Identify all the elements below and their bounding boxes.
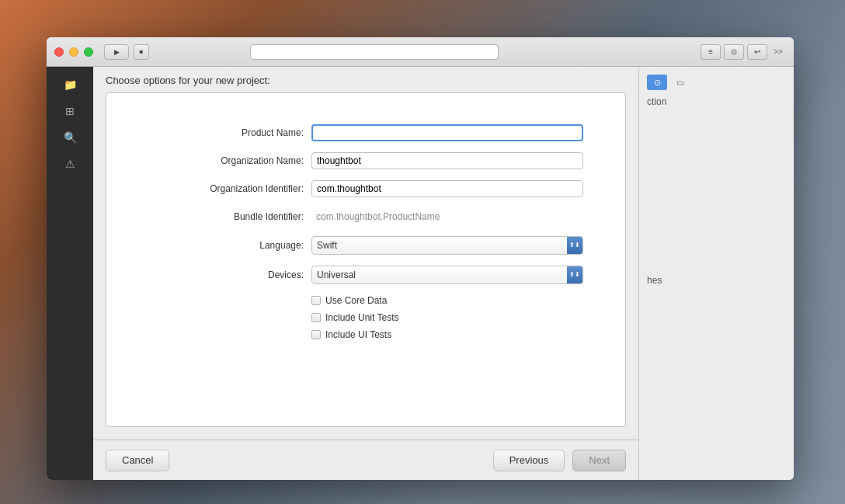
right-sidebar-text-2: hes: [647, 275, 786, 286]
toolbar-buttons: ▶ ■: [104, 44, 149, 60]
sidebar-icon-warning[interactable]: ⚠: [60, 154, 80, 174]
use-core-data-row: Use Core Data: [311, 295, 583, 306]
devices-select-arrow: ⬆⬇: [567, 266, 582, 283]
org-name-label: Organization Name:: [148, 155, 311, 166]
toolbar-list-view-button[interactable]: ≡: [701, 44, 721, 60]
stop-button[interactable]: ■: [134, 44, 149, 60]
inspector-tab-square[interactable]: ▭: [670, 75, 690, 90]
toolbar-inspector-button[interactable]: ⊙: [724, 44, 744, 60]
sheet-title: Choose options for your new project:: [106, 75, 270, 86]
org-id-row: Organization Identifier:: [148, 180, 583, 197]
devices-row: Devices: Universal ⬆⬇: [148, 266, 583, 284]
next-button[interactable]: Next: [572, 450, 626, 471]
sidebar-icon-search[interactable]: 🔍: [60, 127, 80, 148]
right-sidebar-section-1: ction: [647, 96, 786, 107]
nav-buttons: Previous Next: [493, 450, 626, 471]
xcode-window: ▶ ■ ≡ ⊙ ↩ >> 📁: [47, 37, 794, 480]
right-sidebar-section-2: hes: [647, 275, 786, 286]
play-icon: ▶: [114, 48, 120, 56]
use-core-data-label: Use Core Data: [325, 295, 387, 306]
right-sidebar: ⊙ ▭ ction hes: [638, 67, 794, 480]
language-select[interactable]: Swift ⬆⬇: [311, 236, 583, 255]
sheet-content: Product Name: Organization Name:: [106, 92, 626, 427]
devices-value: Universal: [317, 269, 356, 280]
org-id-label: Organization Identifier:: [148, 183, 311, 194]
product-name-input[interactable]: [311, 124, 583, 141]
checkboxes-section: Use Core Data Include Unit Tests Include…: [311, 295, 583, 340]
maximize-button[interactable]: [84, 47, 93, 57]
previous-button[interactable]: Previous: [493, 450, 565, 471]
toolbar-arrow-button[interactable]: ↩: [747, 44, 767, 60]
devices-select[interactable]: Universal ⬆⬇: [311, 266, 583, 284]
include-ui-tests-checkbox[interactable]: [311, 330, 321, 339]
stop-icon: ■: [140, 48, 144, 55]
use-core-data-checkbox[interactable]: [311, 296, 321, 305]
search-icon: 🔍: [64, 131, 77, 144]
form-container: Product Name: Organization Name:: [148, 124, 583, 340]
org-name-input[interactable]: [311, 152, 583, 169]
inspector-icon: ⊙: [731, 47, 737, 56]
more-icon: >>: [774, 47, 783, 56]
hierarchy-icon: ⊞: [65, 105, 75, 117]
warning-icon: ⚠: [65, 158, 75, 170]
include-ui-tests-label: Include UI Tests: [325, 329, 391, 340]
bundle-id-label: Bundle Identifier:: [148, 211, 311, 222]
arrow-icon: ↩: [754, 47, 760, 56]
bundle-id-value: com.thoughtbot.ProductName: [311, 208, 583, 225]
folder-icon: 📁: [64, 78, 77, 91]
org-id-input[interactable]: [311, 180, 583, 197]
include-unit-tests-label: Include Unit Tests: [325, 312, 399, 323]
sidebar-icon-2: ▭: [676, 78, 684, 88]
chevron-down-icon: ⬆⬇: [569, 242, 580, 249]
sheet-header: Choose options for your new project:: [93, 67, 638, 92]
minimize-button[interactable]: [69, 47, 78, 57]
include-unit-tests-checkbox[interactable]: [311, 313, 321, 322]
inspector-tab-circle[interactable]: ⊙: [647, 75, 667, 90]
include-ui-tests-row: Include UI Tests: [311, 329, 583, 340]
bundle-id-row: Bundle Identifier: com.thoughtbot.Produc…: [148, 208, 583, 225]
title-search-bar[interactable]: [250, 44, 499, 60]
language-row: Language: Swift ⬆⬇: [148, 236, 583, 255]
product-name-row: Product Name:: [148, 124, 583, 141]
language-select-arrow: ⬆⬇: [567, 237, 582, 254]
right-sidebar-text-1: ction: [647, 96, 786, 107]
include-unit-tests-row: Include Unit Tests: [311, 312, 583, 323]
play-button[interactable]: ▶: [104, 44, 129, 60]
sidebar-icon-hierarchy[interactable]: ⊞: [60, 101, 80, 121]
sheet-container: Choose options for your new project: Pro…: [93, 67, 638, 440]
sidebar-icon-folder[interactable]: 📁: [60, 75, 80, 95]
list-icon: ≡: [708, 47, 713, 56]
toolbar-right: ≡ ⊙ ↩ >>: [701, 44, 786, 60]
main-content: Choose options for your new project: Pro…: [93, 67, 638, 480]
title-bar: ▶ ■ ≡ ⊙ ↩ >>: [47, 37, 794, 67]
cancel-button[interactable]: Cancel: [106, 450, 169, 471]
toolbar-more-button[interactable]: >>: [770, 47, 786, 56]
window-body: 📁 ⊞ 🔍 ⚠ Choose options for your new proj…: [47, 67, 794, 480]
left-sidebar: 📁 ⊞ 🔍 ⚠: [47, 67, 93, 480]
circle-icon: ⊙: [654, 78, 661, 88]
inspector-tabs: ⊙ ▭: [647, 75, 786, 90]
bottom-bar: Cancel Previous Next: [93, 440, 638, 480]
product-name-label: Product Name:: [148, 127, 311, 138]
traffic-lights: [54, 47, 93, 57]
devices-label: Devices:: [148, 269, 311, 280]
language-value: Swift: [317, 240, 337, 251]
org-name-row: Organization Name:: [148, 152, 583, 169]
chevron-down-icon-2: ⬆⬇: [569, 272, 580, 278]
close-button[interactable]: [54, 47, 64, 57]
language-label: Language:: [148, 240, 311, 251]
